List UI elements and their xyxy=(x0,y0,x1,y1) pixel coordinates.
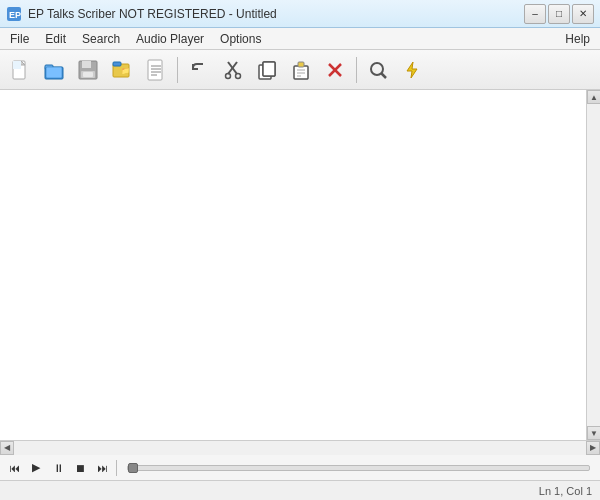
lightning-button[interactable] xyxy=(396,54,428,86)
svg-point-22 xyxy=(236,73,241,78)
open-button[interactable] xyxy=(38,54,70,86)
scrollbar-vertical: ▲ ▼ xyxy=(586,90,600,440)
svg-rect-27 xyxy=(298,62,304,67)
svg-rect-10 xyxy=(83,72,93,77)
scroll-down-arrow[interactable]: ▼ xyxy=(587,426,600,440)
title-bar-left: EP EP Talks Scriber NOT REGISTERED - Unt… xyxy=(6,6,277,22)
toolbar-separator-1 xyxy=(177,57,178,83)
transport-forward[interactable]: ⏭ xyxy=(92,458,112,478)
menu-help[interactable]: Help xyxy=(557,28,598,49)
svg-rect-25 xyxy=(263,62,275,76)
new-button[interactable] xyxy=(4,54,36,86)
svg-rect-8 xyxy=(82,61,91,68)
progress-bar[interactable] xyxy=(127,465,590,471)
window-title: EP Talks Scriber NOT REGISTERED - Untitl… xyxy=(28,7,277,21)
editor-wrapper: ▲ ▼ xyxy=(0,90,600,440)
properties-button[interactable] xyxy=(140,54,172,86)
title-bar: EP EP Talks Scriber NOT REGISTERED - Unt… xyxy=(0,0,600,28)
transport-play[interactable]: ▶ xyxy=(26,458,46,478)
maximize-button[interactable]: □ xyxy=(548,4,570,24)
transport-bar: ⏮ ▶ ⏸ ⏹ ⏭ xyxy=(0,454,600,480)
status-position: Ln 1, Col 1 xyxy=(539,485,592,497)
undo-button[interactable] xyxy=(183,54,215,86)
find-button[interactable] xyxy=(362,54,394,86)
scroll-up-arrow[interactable]: ▲ xyxy=(587,90,600,104)
paste-button[interactable] xyxy=(285,54,317,86)
menu-bar: File Edit Search Audio Player Options He… xyxy=(0,28,600,50)
svg-line-34 xyxy=(382,73,387,78)
title-bar-controls: – □ ✕ xyxy=(524,4,594,24)
transport-pause[interactable]: ⏸ xyxy=(48,458,68,478)
copy-button[interactable] xyxy=(251,54,283,86)
toolbar-separator-2 xyxy=(356,57,357,83)
transport-stop[interactable]: ⏹ xyxy=(70,458,90,478)
app-icon: EP xyxy=(6,6,22,22)
toolbar: 📁 xyxy=(0,50,600,90)
scroll-track-v[interactable] xyxy=(587,104,600,426)
save-alt-button[interactable]: 📁 xyxy=(106,54,138,86)
menu-edit[interactable]: Edit xyxy=(37,28,74,49)
svg-rect-12 xyxy=(113,62,121,66)
main-area: ▲ ▼ ◀ ▶ xyxy=(0,90,600,454)
svg-point-21 xyxy=(226,73,231,78)
svg-rect-14 xyxy=(148,60,162,80)
close-button[interactable]: ✕ xyxy=(572,4,594,24)
svg-rect-3 xyxy=(13,61,21,69)
svg-text:EP: EP xyxy=(9,10,21,20)
menu-audioplayer[interactable]: Audio Player xyxy=(128,28,212,49)
transport-separator xyxy=(116,460,117,476)
delete-button[interactable] xyxy=(319,54,351,86)
status-bar: Ln 1, Col 1 xyxy=(0,480,600,500)
svg-point-33 xyxy=(371,63,383,75)
minimize-button[interactable]: – xyxy=(524,4,546,24)
scroll-left-arrow[interactable]: ◀ xyxy=(0,441,14,455)
save-button[interactable] xyxy=(72,54,104,86)
editor-textarea[interactable] xyxy=(0,90,600,440)
menu-file[interactable]: File xyxy=(2,28,37,49)
svg-text:📁: 📁 xyxy=(121,66,130,75)
scroll-right-arrow[interactable]: ▶ xyxy=(586,441,600,455)
transport-rewind[interactable]: ⏮ xyxy=(4,458,24,478)
cut-button[interactable] xyxy=(217,54,249,86)
svg-rect-6 xyxy=(46,67,62,78)
progress-thumb[interactable] xyxy=(128,463,138,473)
menu-search[interactable]: Search xyxy=(74,28,128,49)
svg-marker-35 xyxy=(407,62,417,78)
menu-options[interactable]: Options xyxy=(212,28,269,49)
scroll-track-h[interactable] xyxy=(14,441,586,455)
scrollbar-horizontal: ◀ ▶ xyxy=(0,440,600,454)
